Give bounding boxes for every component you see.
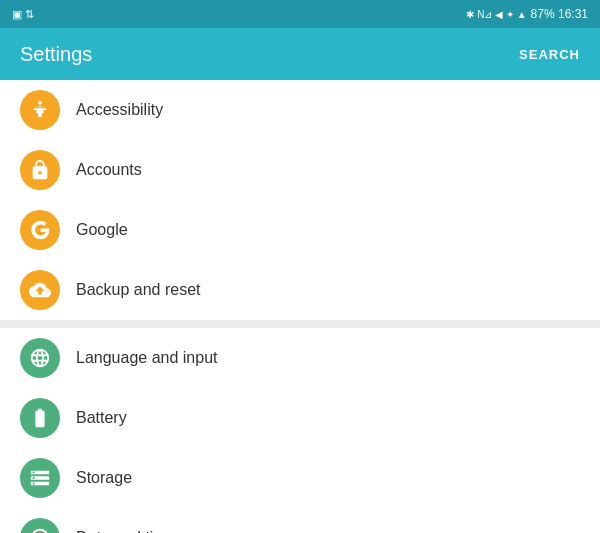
backup-icon <box>20 270 60 310</box>
list-item[interactable]: Backup and reset <box>0 260 600 320</box>
google-icon <box>20 210 60 250</box>
datetime-label: Date and time <box>76 529 176 533</box>
accounts-label: Accounts <box>76 161 142 179</box>
language-icon <box>20 338 60 378</box>
battery-level: 87% 16:31 <box>531 7 588 21</box>
section-divider <box>0 320 600 328</box>
accounts-icon <box>20 150 60 190</box>
list-item[interactable]: Battery <box>0 388 600 448</box>
app-title: Settings <box>20 43 92 66</box>
google-label: Google <box>76 221 128 239</box>
google-svg <box>29 219 51 241</box>
app-header: Settings SEARCH <box>0 28 600 80</box>
datetime-icon <box>20 518 60 533</box>
language-label: Language and input <box>76 349 217 367</box>
list-item[interactable]: Accessibility <box>0 80 600 140</box>
list-item[interactable]: Language and input <box>0 328 600 388</box>
storage-icon <box>20 458 60 498</box>
accounts-svg <box>29 159 51 181</box>
backup-svg <box>29 279 51 301</box>
accessibility-svg <box>29 99 51 121</box>
settings-list: Accessibility Accounts Google Backup and… <box>0 80 600 533</box>
list-item[interactable]: Google <box>0 200 600 260</box>
battery-svg <box>29 407 51 429</box>
connectivity-icons: ✱ N⊿ ◀ ✦ ▲ <box>466 9 526 20</box>
accessibility-label: Accessibility <box>76 101 163 119</box>
status-bar: ▣ ⇅ ✱ N⊿ ◀ ✦ ▲ 87% 16:31 <box>0 0 600 28</box>
accessibility-icon <box>20 90 60 130</box>
storage-svg <box>29 467 51 489</box>
language-svg <box>29 347 51 369</box>
battery-label: Battery <box>76 409 127 427</box>
storage-label: Storage <box>76 469 132 487</box>
status-right-info: ✱ N⊿ ◀ ✦ ▲ 87% 16:31 <box>466 7 588 21</box>
list-item[interactable]: Date and time <box>0 508 600 533</box>
list-item[interactable]: Storage <box>0 448 600 508</box>
notification-icon: ▣ ⇅ <box>12 8 34 21</box>
list-item[interactable]: Accounts <box>0 140 600 200</box>
backup-label: Backup and reset <box>76 281 201 299</box>
search-button[interactable]: SEARCH <box>519 47 580 62</box>
battery-icon <box>20 398 60 438</box>
status-left-icons: ▣ ⇅ <box>12 8 34 21</box>
datetime-svg <box>29 527 51 533</box>
